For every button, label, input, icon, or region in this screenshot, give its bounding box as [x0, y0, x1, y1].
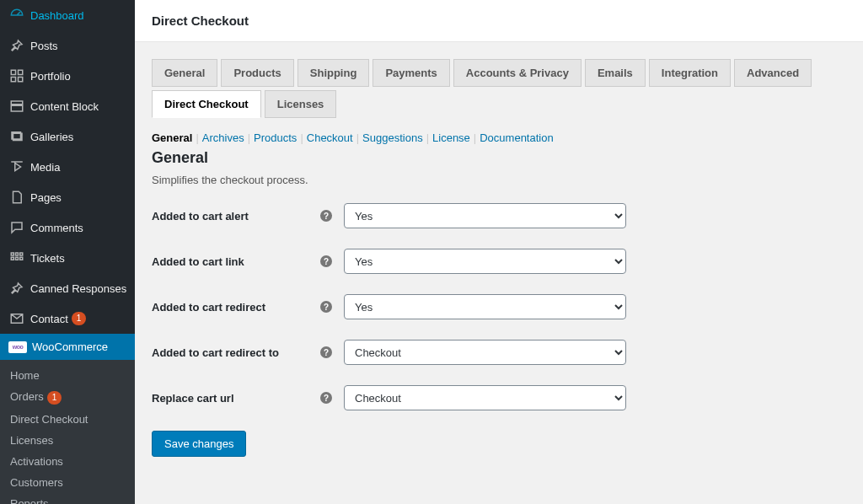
subnav-general[interactable]: General — [152, 131, 192, 144]
subnav-suggestions[interactable]: Suggestions — [362, 131, 423, 144]
tab-integration[interactable]: Integration — [649, 59, 731, 87]
sidebar-label: Portfolio — [30, 70, 71, 83]
submenu-item-direct-checkout[interactable]: Direct Checkout — [0, 409, 135, 430]
subnav-products[interactable]: Products — [254, 131, 297, 144]
sidebar-label: Comments — [30, 222, 83, 234]
comment-icon — [8, 219, 25, 236]
field-label: Added to cart redirect to — [152, 346, 320, 359]
subnav-documentation[interactable]: Documentation — [480, 131, 553, 144]
page-icon — [8, 189, 25, 206]
submenu-label: Reports — [10, 497, 49, 504]
sidebar-label: Posts — [30, 40, 58, 52]
submenu-item-customers[interactable]: Customers — [0, 472, 135, 493]
settings-form: Added to cart alert?YesAdded to cart lin… — [152, 203, 846, 410]
sidebar-item-dashboard[interactable]: Dashboard — [0, 0, 135, 30]
tab-payments[interactable]: Payments — [373, 59, 449, 87]
submenu-badge: 1 — [47, 391, 62, 405]
sidebar-label: WooCommerce — [32, 340, 108, 353]
sidebar-label: Galleries — [30, 131, 73, 143]
subnav-license[interactable]: License — [432, 131, 470, 144]
subnav-separator: | — [244, 131, 254, 144]
tab-accounts-privacy[interactable]: Accounts & Privacy — [453, 59, 582, 87]
sidebar-item-tickets[interactable]: Tickets — [0, 243, 135, 273]
settings-tabs: GeneralProductsShippingPaymentsAccounts … — [152, 59, 846, 118]
pin-icon — [8, 280, 25, 297]
sidebar-item-pages[interactable]: Pages — [0, 182, 135, 212]
tab-advanced[interactable]: Advanced — [734, 59, 812, 87]
help-icon[interactable]: ? — [320, 392, 332, 404]
subnav-separator: | — [297, 131, 306, 144]
submenu-item-reports[interactable]: Reports — [0, 493, 135, 504]
gauge-icon — [8, 7, 25, 24]
submenu-item-orders[interactable]: Orders1 — [0, 386, 135, 409]
tab-licenses[interactable]: Licenses — [265, 90, 337, 118]
gallery-icon — [8, 128, 25, 145]
field-label: Added to cart link — [152, 255, 320, 268]
sidebar-label: Canned Responses — [30, 282, 126, 295]
field-select-4[interactable]: Checkout — [344, 385, 626, 410]
field-select-1[interactable]: Yes — [344, 249, 626, 274]
field-label: Added to cart redirect — [152, 301, 320, 314]
sidebar-item-galleries[interactable]: Galleries — [0, 121, 135, 152]
subnav-separator: | — [192, 131, 201, 144]
field-select-0[interactable]: Yes — [344, 203, 626, 228]
help-icon[interactable]: ? — [320, 210, 332, 222]
subnav-archives[interactable]: Archives — [202, 131, 244, 144]
field-select-3[interactable]: Checkout — [344, 340, 626, 365]
subnav-separator: | — [353, 131, 362, 144]
main-content: Direct Checkout GeneralProductsShippingP… — [135, 0, 863, 504]
sidebar-item-content-block[interactable]: Content Block — [0, 91, 135, 121]
content-wrap: GeneralProductsShippingPaymentsAccounts … — [135, 42, 863, 474]
submenu-item-licenses[interactable]: Licenses — [0, 430, 135, 451]
field-label: Added to cart alert — [152, 210, 320, 223]
ticket-icon — [8, 249, 25, 266]
mail-icon — [8, 310, 25, 327]
admin-sidebar: DashboardPostsPortfolioContent BlockGall… — [0, 0, 135, 504]
submenu-label: Direct Checkout — [10, 413, 88, 426]
field-row-4: Replace cart url?Checkout — [152, 385, 846, 410]
field-label: Replace cart url — [152, 392, 320, 405]
field-select-2[interactable]: Yes — [344, 294, 626, 319]
sidebar-submenu: HomeOrders1Direct CheckoutLicensesActiva… — [0, 360, 135, 504]
sidebar-badge: 1 — [72, 312, 87, 325]
media-icon — [8, 158, 25, 175]
tab-direct-checkout[interactable]: Direct Checkout — [152, 90, 261, 118]
page-title: Direct Checkout — [152, 13, 846, 28]
page-header: Direct Checkout — [135, 0, 863, 42]
field-row-3: Added to cart redirect to?Checkout — [152, 340, 846, 365]
sidebar-item-woocommerce[interactable]: wooWooCommerce — [0, 334, 135, 360]
subnav-checkout[interactable]: Checkout — [307, 131, 353, 144]
sidebar-item-comments[interactable]: Comments — [0, 212, 135, 243]
help-icon[interactable]: ? — [320, 255, 332, 267]
tab-general[interactable]: General — [152, 59, 217, 87]
tab-products[interactable]: Products — [221, 59, 293, 87]
submenu-label: Customers — [10, 476, 63, 489]
field-row-1: Added to cart link?Yes — [152, 249, 846, 274]
layout-icon — [8, 98, 25, 115]
sidebar-label: Media — [30, 161, 60, 174]
sidebar-label: Pages — [30, 191, 62, 204]
sidebar-item-canned-responses[interactable]: Canned Responses — [0, 273, 135, 303]
subnav-separator: | — [470, 131, 480, 144]
submenu-label: Orders — [10, 390, 44, 403]
tab-emails[interactable]: Emails — [585, 59, 646, 87]
sidebar-label: Tickets — [30, 252, 65, 265]
sidebar-label: Contact — [30, 313, 68, 325]
help-icon[interactable]: ? — [320, 346, 332, 358]
tab-shipping[interactable]: Shipping — [297, 59, 370, 87]
section-description: Simplifies the checkout process. — [152, 174, 846, 186]
grid-icon — [8, 67, 25, 84]
sidebar-item-posts[interactable]: Posts — [0, 30, 135, 61]
submenu-label: Licenses — [10, 434, 53, 447]
sidebar-label: Content Block — [30, 100, 99, 113]
sidebar-item-portfolio[interactable]: Portfolio — [0, 61, 135, 91]
sidebar-item-media[interactable]: Media — [0, 152, 135, 182]
sidebar-label: Dashboard — [30, 9, 84, 22]
settings-subnav: General|Archives|Products|Checkout|Sugge… — [152, 131, 846, 144]
submenu-item-activations[interactable]: Activations — [0, 451, 135, 472]
help-icon[interactable]: ? — [320, 301, 332, 313]
submenu-item-home[interactable]: Home — [0, 365, 135, 386]
save-button[interactable]: Save changes — [152, 431, 246, 457]
sidebar-item-contact[interactable]: Contact1 — [0, 303, 135, 334]
woocommerce-icon: woo — [8, 341, 27, 353]
